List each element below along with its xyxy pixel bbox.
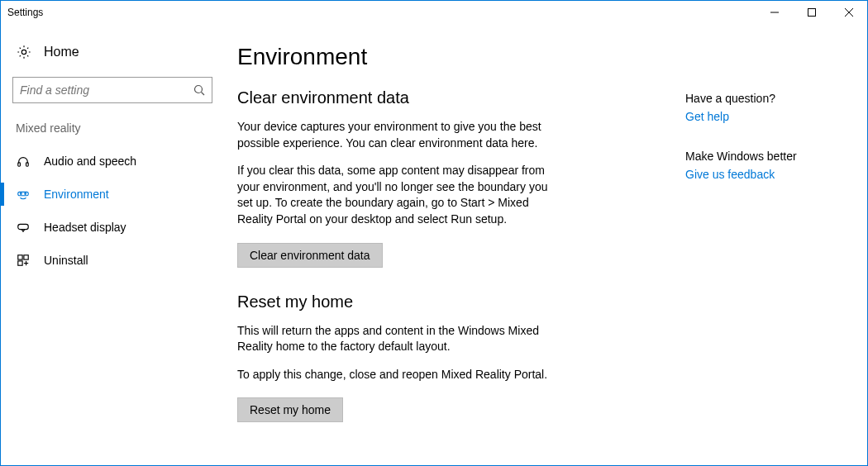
svg-line-6: [202, 93, 205, 96]
aside-question-title: Have a question?: [685, 92, 842, 105]
main-content: Environment Clear environment data Your …: [224, 24, 867, 465]
get-help-link[interactable]: Get help: [685, 110, 842, 123]
search-container: [12, 77, 212, 103]
sidebar-item-audio-speech[interactable]: Audio and speech: [1, 145, 224, 178]
maximize-button[interactable]: [793, 1, 830, 24]
section-paragraph: This will return the apps and content in…: [237, 323, 551, 355]
gear-icon: [16, 44, 32, 60]
svg-rect-9: [18, 192, 28, 195]
home-button[interactable]: Home: [1, 39, 224, 65]
svg-point-4: [21, 50, 26, 54]
aside: Have a question? Get help Make Windows b…: [685, 44, 842, 449]
search-icon: [193, 84, 205, 96]
svg-point-5: [195, 86, 203, 93]
section-paragraph: If you clear this data, some app content…: [237, 163, 551, 227]
sidebar-item-headset-display[interactable]: Headset display: [1, 211, 224, 244]
maximize-icon: [808, 8, 816, 17]
sidebar-item-label: Headset display: [44, 221, 126, 234]
reset-my-home-button[interactable]: Reset my home: [237, 397, 343, 422]
settings-window: Settings Home: [0, 0, 868, 466]
clear-environment-data-button[interactable]: Clear environment data: [237, 243, 383, 268]
close-button[interactable]: [830, 1, 867, 24]
section-paragraph: Your device captures your environment to…: [237, 119, 551, 151]
svg-rect-12: [18, 224, 28, 229]
give-feedback-link[interactable]: Give us feedback: [685, 168, 842, 181]
environment-icon: [16, 187, 31, 202]
svg-point-10: [20, 193, 21, 195]
aside-feedback-title: Make Windows better: [685, 150, 842, 163]
sidebar-section-label: Mixed reality: [1, 118, 224, 145]
headphone-icon: [16, 154, 31, 169]
svg-point-11: [25, 193, 26, 195]
close-icon: [845, 8, 853, 17]
minimize-button[interactable]: [756, 1, 793, 24]
sidebar-item-environment[interactable]: Environment: [1, 178, 224, 211]
window-controls: [756, 1, 867, 24]
uninstall-icon: [16, 253, 31, 268]
section-heading-clear-data: Clear environment data: [237, 88, 651, 107]
sidebar-item-label: Environment: [44, 188, 109, 201]
svg-rect-15: [18, 261, 22, 265]
window-title: Settings: [7, 7, 43, 18]
home-label: Home: [44, 45, 79, 59]
section-heading-reset-home: Reset my home: [237, 292, 651, 311]
svg-rect-13: [18, 255, 22, 259]
titlebar: Settings: [1, 1, 867, 24]
search-box[interactable]: [12, 77, 212, 103]
svg-rect-1: [808, 9, 815, 17]
sidebar-item-label: Uninstall: [44, 254, 88, 267]
headset-icon: [16, 220, 31, 235]
minimize-icon: [770, 8, 779, 17]
svg-rect-14: [24, 255, 28, 259]
content-column: Environment Clear environment data Your …: [237, 44, 651, 449]
search-input[interactable]: [20, 83, 193, 97]
section-paragraph: To apply this change, close and reopen M…: [237, 367, 551, 383]
sidebar-item-label: Audio and speech: [44, 155, 136, 168]
sidebar: Home Mixed reality Audio and speech: [1, 24, 224, 465]
page-title: Environment: [237, 44, 651, 70]
sidebar-item-uninstall[interactable]: Uninstall: [1, 244, 224, 277]
